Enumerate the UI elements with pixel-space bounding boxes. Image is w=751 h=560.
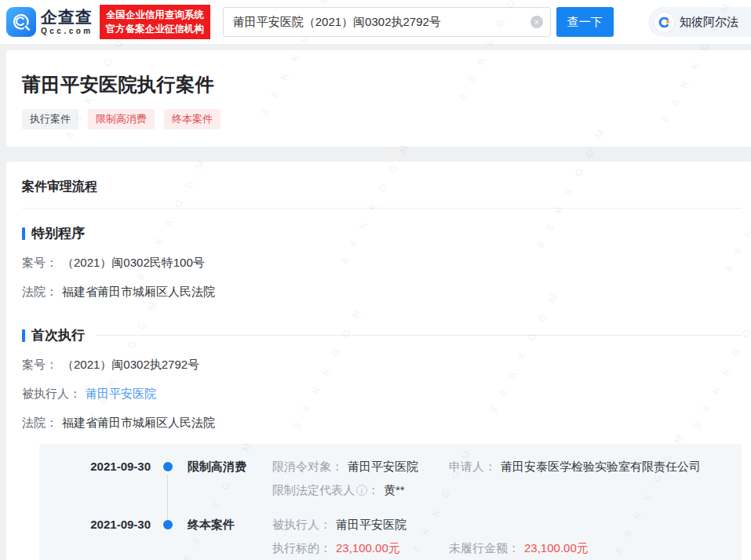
detail-unfulfilled-amount: 未履行金额：23,100.00元 xyxy=(449,536,729,560)
qcc-logo-text: 企查查 Qcc.com xyxy=(41,9,93,35)
section-divider xyxy=(22,208,742,209)
detail-execution-amount: 执行标的：23,100.00元 xyxy=(272,536,449,560)
section-title: 案件审理流程 xyxy=(22,179,751,195)
tag-terminated-case[interactable]: 终本案件 xyxy=(164,109,221,129)
detail-label: 限消令对象： xyxy=(272,460,343,473)
section-marker xyxy=(22,227,25,240)
title-card: 莆田平安医院执行案件 执行案件 限制高消费 终本案件 xyxy=(6,50,751,147)
detail-restriction-target: 限消令对象：莆田平安医院 xyxy=(272,455,449,478)
section-marker xyxy=(22,329,25,342)
field-case-number: 案号：（2021）闽0302执2792号 xyxy=(22,356,751,373)
qcc-logo-icon xyxy=(6,7,36,37)
tag-consumption-restriction[interactable]: 限制高消费 xyxy=(88,109,155,129)
field-label: 案号： xyxy=(22,256,57,269)
zhibi-alpha-icon xyxy=(654,13,674,32)
timeline-dot-icon xyxy=(163,520,173,529)
detail-label: 申请人： xyxy=(449,460,496,473)
badge-line1: 全国企业信用查询系统 xyxy=(106,8,204,22)
company-link[interactable]: 莆田平安医院 xyxy=(86,387,156,400)
search-input[interactable] xyxy=(223,7,551,37)
amount-value: 23,100.00元 xyxy=(524,541,589,555)
timeline-date: 2021-09-30 xyxy=(39,513,151,560)
timeline-panel: 2021-09-30 限制高消费 限消令对象：莆田平安医院 限制法定代表人i：黄… xyxy=(39,444,742,560)
info-icon[interactable]: i xyxy=(356,485,367,496)
timeline-row-consumption-restriction: 2021-09-30 限制高消费 限消令对象：莆田平安医院 限制法定代表人i：黄… xyxy=(39,455,729,502)
field-label: 法院： xyxy=(22,285,57,298)
field-label: 案号： xyxy=(22,358,57,371)
field-value: 福建省莆田市城厢区人民法院 xyxy=(62,416,215,429)
timeline-row-terminated-case: 2021-09-30 终本案件 被执行人：莆田平安医院 执行标的：23,100.… xyxy=(39,513,729,560)
field-case-number: 案号：（2021）闽0302民特100号 xyxy=(22,254,751,271)
partner-label: 知彼阿尔法 xyxy=(680,15,738,30)
tag-execution-case[interactable]: 执行案件 xyxy=(22,109,78,129)
detail-colon: ： xyxy=(367,483,379,496)
field-court: 法院：福建省莆田市城厢区人民法院 xyxy=(22,283,751,300)
timeline-connector xyxy=(162,513,173,560)
detail-restricted-legal-rep: 限制法定代表人i：黄** xyxy=(272,478,449,502)
timeline-event: 终本案件 xyxy=(188,513,272,560)
field-label: 被执行人： xyxy=(22,387,81,400)
detail-applicant: 申请人：莆田安泰医学检验实验室有限责任公司 xyxy=(449,455,729,478)
group-title: 特别程序 xyxy=(31,224,85,242)
group-title: 首次执行 xyxy=(31,326,85,344)
field-court: 法院：福建省莆田市城厢区人民法院 xyxy=(22,414,751,431)
company-link[interactable]: 莆田平安医院 xyxy=(336,518,406,531)
timeline-date: 2021-09-30 xyxy=(39,455,151,502)
clear-icon[interactable]: × xyxy=(530,16,543,28)
case-flow-card: 案件审理流程 特别程序 案号：（2021）闽0302民特100号 法院：福建省莆… xyxy=(6,162,751,560)
badge-line2: 官方备案企业征信机构 xyxy=(106,22,204,36)
field-value: （2021）闽0302民特100号 xyxy=(62,256,205,269)
detail-label: 限制法定代表人 xyxy=(272,483,355,496)
company-link[interactable]: 莆田平安医院 xyxy=(348,460,418,473)
certification-badge: 全国企业信用查询系统 官方备案企业征信机构 xyxy=(100,5,210,39)
timeline-event: 限制高消费 xyxy=(188,455,272,502)
amount-value: 23,100.00元 xyxy=(336,541,400,555)
detail-value: 黄** xyxy=(384,483,405,496)
timeline-details: 限消令对象：莆田平安医院 限制法定代表人i：黄** 申请人：莆田安泰医学检验实验… xyxy=(272,455,729,502)
detail-label: 被执行人： xyxy=(272,518,331,531)
timeline-details: 被执行人：莆田平安医院 执行标的：23,100.00元 未履行金额：23,100… xyxy=(272,513,729,560)
qcc-logo[interactable]: 企查查 Qcc.com xyxy=(6,7,93,37)
search-button[interactable]: 查一下 xyxy=(556,7,614,37)
timeline-dot-icon xyxy=(163,462,173,471)
search-bar: × 查一下 xyxy=(223,7,614,37)
group-first-execution: 首次执行 xyxy=(22,326,751,344)
field-executed-party: 被执行人：莆田平安医院 xyxy=(22,385,751,402)
top-bar: 企查查 Qcc.com 全国企业信用查询系统 官方备案企业征信机构 × 查一下 … xyxy=(0,0,751,44)
zhibi-alpha-link[interactable]: 知彼阿尔法 xyxy=(648,7,751,37)
spacer xyxy=(449,513,729,536)
field-value: 福建省莆田市城厢区人民法院 xyxy=(62,285,215,298)
field-value: （2021）闽0302执2792号 xyxy=(62,358,199,371)
detail-executed-party: 被执行人：莆田平安医院 xyxy=(272,513,449,536)
detail-label: 执行标的： xyxy=(272,541,331,555)
page-title: 莆田平安医院执行案件 xyxy=(22,72,735,97)
timeline-connector xyxy=(162,455,173,502)
brand-domain: Qcc.com xyxy=(41,27,93,35)
group-special-procedure: 特别程序 xyxy=(22,224,751,242)
heading-rule xyxy=(96,335,742,336)
brand-name: 企查查 xyxy=(41,9,93,25)
detail-label: 未履行金额： xyxy=(449,541,520,555)
field-label: 法院： xyxy=(22,416,57,429)
company-link[interactable]: 莆田安泰医学检验实验室有限责任公司 xyxy=(501,460,701,473)
tag-list: 执行案件 限制高消费 终本案件 xyxy=(22,109,735,129)
